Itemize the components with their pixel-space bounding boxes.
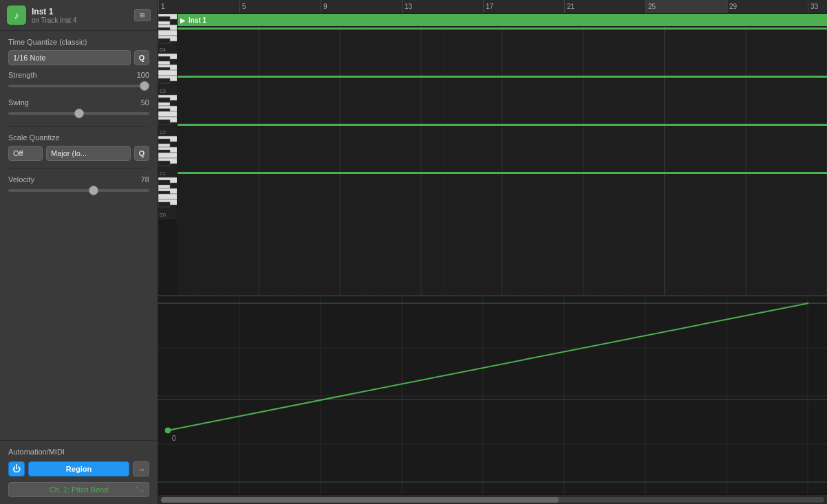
controls-section: Time Quantize (classic) 1/16 Note Q Stre… — [0, 31, 158, 440]
svg-rect-7 — [158, 39, 170, 43]
piano-keyboard-svg: C4 C3 C2 — [158, 14, 178, 295]
region-name: Inst 1 — [189, 17, 206, 24]
region-button[interactable]: Region — [28, 461, 129, 476]
grid-area[interactable]: ▶ Inst 1 — [178, 14, 827, 295]
pitch-bend-wrapper: Ch. 1: Pitch Bend — [8, 482, 149, 497]
instrument-info: Inst 1 on Track Inst 4 — [32, 7, 129, 24]
svg-rect-32 — [158, 153, 178, 158]
ruler-mark-33: 33 — [808, 0, 818, 13]
svg-rect-23 — [158, 111, 178, 117]
region-header: ▶ Inst 1 — [178, 14, 827, 26]
scale-quantize-label: Scale Quantize — [8, 133, 149, 142]
swing-control: Swing 50 — [8, 98, 149, 116]
midi-note-c1 — [178, 172, 827, 174]
svg-rect-11 — [158, 56, 170, 61]
ruler-mark-21: 21 — [564, 0, 574, 13]
scale-quantize-row: Off Major (lo... Q — [8, 146, 149, 161]
svg-text:C2: C2 — [160, 130, 166, 135]
instrument-name: Inst 1 — [32, 7, 129, 17]
time-quantize-row: 1/16 Note Q — [8, 50, 149, 65]
ruler-mark-1: 1 — [158, 0, 165, 13]
scale-off-select[interactable]: Off — [8, 146, 43, 161]
svg-rect-38 — [158, 180, 170, 185]
automation-midi-label: Automation/MIDI — [8, 448, 149, 456]
scale-q-button[interactable]: Q — [134, 146, 149, 161]
svg-rect-45 — [158, 219, 178, 295]
left-panel: ♪ Inst 1 on Track Inst 4 ⊞ Time Quantize… — [0, 0, 158, 504]
svg-rect-2 — [158, 17, 170, 21]
svg-text:C0: C0 — [160, 212, 166, 217]
svg-rect-16 — [158, 78, 170, 83]
piano-roll-svg[interactable] — [178, 26, 827, 295]
monitor-button[interactable]: ⊞ — [134, 9, 151, 21]
svg-rect-29 — [158, 139, 170, 144]
strength-control: Strength 100 — [8, 71, 149, 89]
region-play-icon: ▶ — [180, 17, 186, 24]
scale-major-select[interactable]: Major (lo... — [46, 146, 131, 161]
divider-1 — [8, 126, 149, 127]
svg-text:C1: C1 — [160, 171, 166, 176]
right-area: 1 5 9 13 17 21 25 29 33 — [158, 0, 827, 504]
quantize-q-button[interactable]: Q — [134, 50, 149, 65]
automation-zero-label: 0 — [172, 435, 176, 442]
grid-content[interactable] — [178, 26, 827, 295]
swing-label: Swing — [8, 98, 29, 107]
scrollbar-area[interactable] — [158, 494, 827, 504]
time-quantize-select[interactable]: 1/16 Note — [8, 50, 131, 65]
automation-start-point — [165, 428, 171, 433]
swing-slider[interactable] — [8, 112, 149, 115]
automation-svg[interactable]: 0 — [158, 296, 827, 494]
velocity-slider[interactable] — [8, 189, 149, 192]
strength-slider[interactable] — [8, 85, 149, 87]
instrument-icon: ♪ — [7, 6, 26, 25]
velocity-control: Velocity 78 — [8, 175, 149, 193]
piano-keys: C4 C3 C2 — [158, 14, 178, 295]
svg-rect-25 — [158, 120, 170, 124]
time-quantize-label: Time Quantize (classic) — [8, 38, 149, 46]
swing-value: 50 — [141, 98, 149, 107]
automation-arrow-button[interactable]: → — [133, 461, 149, 476]
ruler-mark-13: 13 — [402, 0, 412, 13]
automation-controls-row: ⏻ Region → — [8, 461, 149, 476]
svg-rect-20 — [158, 98, 170, 102]
svg-rect-14 — [158, 70, 178, 76]
velocity-label: Velocity — [8, 175, 34, 184]
velocity-value: 78 — [141, 175, 149, 184]
midi-note-c2 — [178, 124, 827, 126]
ruler-mark-5: 5 — [239, 0, 246, 13]
automation-section: Automation/MIDI ⏻ Region → Ch. 1: Pitch … — [0, 440, 158, 504]
automation-area[interactable]: 0 — [158, 295, 827, 494]
piano-roll-container: C4 C3 C2 — [158, 14, 827, 295]
svg-rect-43 — [158, 202, 170, 207]
divider-2 — [8, 168, 149, 168]
svg-rect-41 — [158, 194, 178, 199]
pitch-bend-select[interactable]: Ch. 1: Pitch Bend — [8, 482, 149, 497]
midi-note-c3 — [178, 76, 827, 78]
ruler-mark-9: 9 — [321, 0, 327, 13]
timeline-ruler: 1 5 9 13 17 21 25 29 33 — [158, 0, 827, 14]
instrument-track: on Track Inst 4 — [32, 17, 129, 24]
scrollbar-track[interactable] — [161, 497, 824, 503]
midi-note-c4 — [178, 28, 827, 30]
svg-text:C4: C4 — [160, 47, 166, 52]
svg-text:C3: C3 — [160, 89, 166, 94]
ruler-mark-25: 25 — [645, 0, 728, 13]
automation-power-button[interactable]: ⏻ — [8, 461, 25, 476]
strength-value: 100 — [137, 71, 149, 79]
strength-label: Strength — [8, 71, 37, 79]
svg-rect-34 — [158, 161, 170, 166]
ruler-mark-29: 29 — [727, 0, 737, 13]
ruler-mark-17: 17 — [483, 0, 493, 13]
ruler-numbers: 1 5 9 13 17 21 25 29 33 — [158, 0, 827, 13]
svg-rect-5 — [158, 30, 178, 36]
instrument-header: ♪ Inst 1 on Track Inst 4 ⊞ — [0, 0, 158, 31]
scrollbar-thumb[interactable] — [161, 497, 559, 503]
